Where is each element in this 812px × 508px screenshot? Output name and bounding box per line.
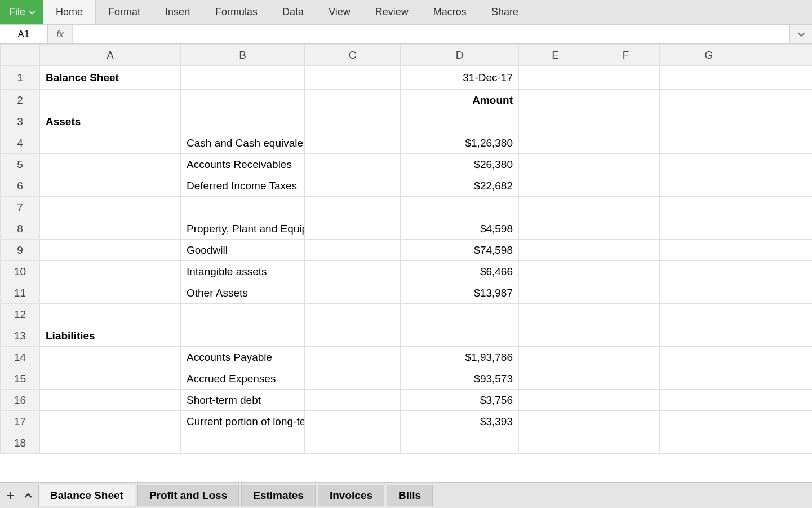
row-header-10[interactable]: 10	[1, 261, 40, 282]
cell-G18[interactable]	[660, 432, 758, 454]
cell-G16[interactable]	[660, 390, 758, 411]
cell-extra-13[interactable]	[758, 325, 813, 347]
cell-F1[interactable]	[592, 66, 660, 90]
cell-extra-4[interactable]	[758, 132, 813, 154]
cell-E16[interactable]	[519, 390, 592, 411]
cell-E13[interactable]	[519, 325, 592, 347]
cell-B2[interactable]	[181, 90, 305, 111]
sheet-tab-balance-sheet[interactable]: Balance Sheet	[38, 485, 135, 506]
cell-F2[interactable]	[592, 90, 660, 111]
cell-B9[interactable]: Goodwill	[181, 240, 305, 261]
row-header-3[interactable]: 3	[1, 111, 40, 132]
row-header-2[interactable]: 2	[1, 90, 40, 111]
cell-extra-14[interactable]	[758, 347, 813, 368]
cell-C8[interactable]	[305, 218, 401, 240]
cell-extra-16[interactable]	[758, 390, 813, 411]
cell-E12[interactable]	[519, 304, 592, 325]
formula-dropdown-button[interactable]	[789, 25, 812, 43]
row-header-9[interactable]: 9	[1, 240, 40, 261]
cell-A5[interactable]	[40, 154, 181, 175]
cell-extra-3[interactable]	[758, 111, 813, 132]
cell-B1[interactable]	[181, 66, 305, 90]
cell-G1[interactable]	[660, 66, 758, 90]
cell-D8[interactable]: $4,598	[401, 218, 519, 240]
cell-B11[interactable]: Other Assets	[181, 282, 305, 304]
sheet-menu-button[interactable]	[20, 485, 36, 506]
cell-C13[interactable]	[305, 325, 401, 347]
cell-A1[interactable]: Balance Sheet	[40, 66, 181, 90]
cell-E7[interactable]	[519, 197, 592, 218]
cell-A3[interactable]: Assets	[40, 111, 181, 132]
column-header-D[interactable]: D	[401, 45, 519, 66]
cell-F13[interactable]	[592, 325, 660, 347]
cell-D16[interactable]: $3,756	[401, 390, 519, 411]
cell-E2[interactable]	[519, 90, 592, 111]
cell-F8[interactable]	[592, 218, 660, 240]
cell-E4[interactable]	[519, 132, 592, 154]
cell-C17[interactable]	[305, 411, 401, 432]
cell-A11[interactable]	[40, 282, 181, 304]
name-box[interactable]: A1	[0, 25, 48, 43]
cell-B5[interactable]: Accounts Receivables	[181, 154, 305, 175]
cell-D11[interactable]: $13,987	[401, 282, 519, 304]
cell-F15[interactable]	[592, 368, 660, 390]
menu-item-macros[interactable]: Macros	[421, 0, 479, 24]
cell-F9[interactable]	[592, 240, 660, 261]
cell-F18[interactable]	[592, 432, 660, 454]
cell-A13[interactable]: Liabilities	[40, 325, 181, 347]
cell-extra-8[interactable]	[758, 218, 813, 240]
cell-D6[interactable]: $22,682	[401, 175, 519, 197]
cell-A7[interactable]	[40, 197, 181, 218]
sheet-tab-invoices[interactable]: Invoices	[318, 485, 384, 506]
row-header-6[interactable]: 6	[1, 175, 40, 197]
column-header-E[interactable]: E	[519, 45, 592, 66]
cell-G17[interactable]	[660, 411, 758, 432]
cell-A15[interactable]	[40, 368, 181, 390]
row-header-11[interactable]: 11	[1, 282, 40, 304]
cell-B16[interactable]: Short-term debt	[181, 390, 305, 411]
row-header-5[interactable]: 5	[1, 154, 40, 175]
cell-G9[interactable]	[660, 240, 758, 261]
menu-item-share[interactable]: Share	[479, 0, 531, 24]
cell-A9[interactable]	[40, 240, 181, 261]
cell-E11[interactable]	[519, 282, 592, 304]
cell-F5[interactable]	[592, 154, 660, 175]
cell-G4[interactable]	[660, 132, 758, 154]
cell-E9[interactable]	[519, 240, 592, 261]
cell-D17[interactable]: $3,393	[401, 411, 519, 432]
cell-G5[interactable]	[660, 154, 758, 175]
column-header-extra[interactable]	[758, 45, 813, 66]
column-header-F[interactable]: F	[592, 45, 660, 66]
cell-G11[interactable]	[660, 282, 758, 304]
cell-E6[interactable]	[519, 175, 592, 197]
cell-B13[interactable]	[181, 325, 305, 347]
cell-B17[interactable]: Current portion of long-term debt	[181, 411, 305, 432]
cell-C16[interactable]	[305, 390, 401, 411]
cell-extra-10[interactable]	[758, 261, 813, 282]
select-all-corner[interactable]	[1, 45, 40, 66]
row-header-13[interactable]: 13	[1, 325, 40, 347]
cell-C15[interactable]	[305, 368, 401, 390]
cell-D4[interactable]: $1,26,380	[401, 132, 519, 154]
cell-D10[interactable]: $6,466	[401, 261, 519, 282]
cell-extra-7[interactable]	[758, 197, 813, 218]
column-header-C[interactable]: C	[305, 45, 401, 66]
cell-F16[interactable]	[592, 390, 660, 411]
cell-E15[interactable]	[519, 368, 592, 390]
cell-extra-17[interactable]	[758, 411, 813, 432]
cell-D14[interactable]: $1,93,786	[401, 347, 519, 368]
cell-C3[interactable]	[305, 111, 401, 132]
cell-F12[interactable]	[592, 304, 660, 325]
cell-D18[interactable]	[401, 432, 519, 454]
sheet-tab-bills[interactable]: Bills	[387, 485, 433, 506]
cell-G13[interactable]	[660, 325, 758, 347]
cell-extra-5[interactable]	[758, 154, 813, 175]
cell-C6[interactable]	[305, 175, 401, 197]
cell-G14[interactable]	[660, 347, 758, 368]
cell-C4[interactable]	[305, 132, 401, 154]
cell-E8[interactable]	[519, 218, 592, 240]
cell-extra-2[interactable]	[758, 90, 813, 111]
menu-item-insert[interactable]: Insert	[153, 0, 203, 24]
cell-extra-11[interactable]	[758, 282, 813, 304]
cell-A16[interactable]	[40, 390, 181, 411]
